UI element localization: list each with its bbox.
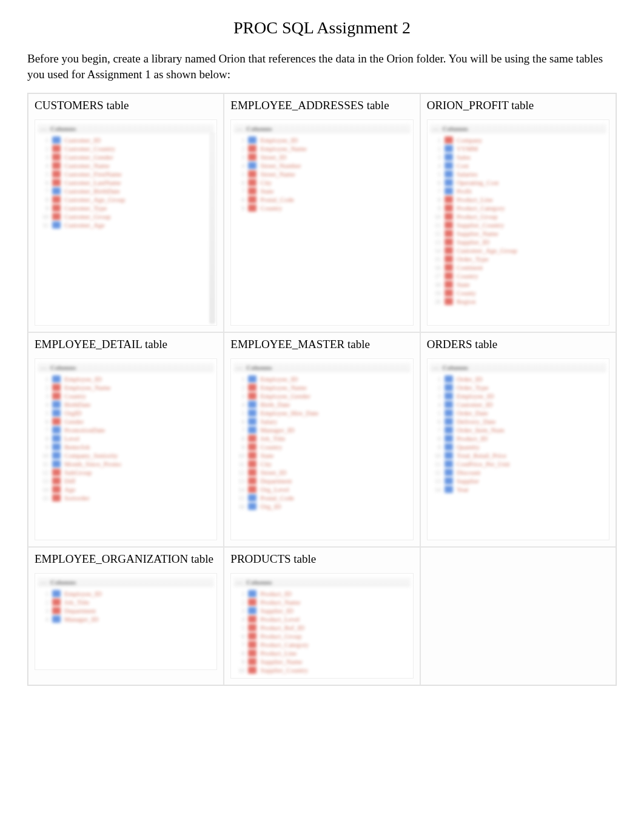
column-name: Product_Category	[457, 204, 505, 212]
row-number: 8	[432, 435, 441, 442]
character-type-icon	[248, 666, 257, 674]
column-name: Employee_Name	[260, 145, 306, 152]
column-name: Order_Type	[457, 384, 489, 391]
row-number: 10	[432, 213, 441, 220]
column-row: 14Year	[430, 485, 606, 494]
column-name: Employee_Gender	[260, 392, 310, 400]
character-type-icon	[52, 392, 61, 400]
column-row: 1Order_ID	[430, 375, 606, 383]
column-name: Delivery_Date	[457, 418, 496, 425]
column-row: 5Street_Name	[233, 170, 410, 178]
row-number: 6	[236, 179, 244, 186]
column-name: City	[260, 179, 272, 186]
row-number: 3	[236, 608, 244, 614]
numeric-type-icon	[52, 136, 61, 144]
row-number: 8	[432, 196, 441, 203]
row-number: 1	[40, 591, 49, 597]
row-number: 7	[236, 427, 244, 434]
row-number: 1	[40, 376, 49, 383]
column-row: 10Company_Seniority	[38, 451, 214, 460]
column-name: Product_Line	[260, 649, 297, 657]
row-number: 6	[236, 418, 244, 425]
row-number: 9	[40, 444, 49, 451]
column-name: Gender	[64, 418, 84, 425]
row-number: 2	[432, 146, 441, 152]
column-name: Country	[260, 443, 282, 451]
column-row: 11Supplier_Country	[430, 221, 606, 229]
character-type-icon	[444, 221, 453, 229]
numeric-type-icon	[444, 486, 453, 493]
column-row: 8Postal_Code	[233, 195, 410, 204]
column-name: Supplier_Name	[457, 230, 498, 237]
column-name: BetterJob	[64, 443, 90, 451]
column-row: 3Sales	[430, 153, 606, 161]
row-number: 18	[432, 281, 441, 288]
panel-caption: Columns	[443, 364, 468, 371]
row-number: 7	[432, 427, 441, 434]
empty-cell	[420, 547, 616, 685]
row-number: 14	[432, 247, 441, 254]
column-panel: —Columns 1Customer_ID2Customer_Country3C…	[35, 119, 217, 326]
row-number: 17	[432, 273, 441, 280]
row-number: 4	[236, 163, 244, 169]
numeric-type-icon	[444, 145, 453, 152]
column-row: 3Customer_Gender	[38, 153, 214, 161]
column-name: Customer_Age	[64, 221, 105, 229]
column-name: State	[260, 452, 273, 459]
column-row: 19County	[430, 289, 606, 297]
column-row: 7State	[233, 187, 410, 195]
row-number: 5	[236, 625, 244, 631]
column-name: Product_Name	[260, 599, 300, 606]
collapse-icon: —	[236, 125, 243, 132]
row-number: 7	[40, 427, 49, 434]
column-row: 8Product_Line	[233, 649, 410, 657]
column-name: Department	[260, 477, 292, 485]
character-type-icon	[444, 213, 453, 220]
character-type-icon	[52, 179, 61, 186]
row-number: 9	[432, 205, 441, 212]
row-number: 1	[236, 137, 244, 144]
column-name: Employee_Name	[260, 384, 306, 391]
row-number: 11	[236, 461, 244, 468]
column-name: Diff	[64, 477, 75, 485]
row-number: 1	[236, 376, 244, 383]
row-number: 13	[432, 239, 441, 246]
row-number: 13	[40, 478, 49, 485]
column-row: 6Customer_LastName	[38, 178, 214, 187]
cell-products: PRODUCTS table —Columns1Product_ID2Produ…	[224, 547, 420, 685]
column-row: 12Supplier_Name	[430, 229, 606, 238]
row-number: 15	[432, 256, 441, 263]
column-name: Supplier_Country	[457, 221, 505, 229]
character-type-icon	[248, 153, 257, 161]
tables-grid: CUSTOMERS table —Columns 1Customer_ID2Cu…	[27, 93, 617, 686]
row-number: 9	[236, 444, 244, 451]
numeric-type-icon	[444, 187, 453, 195]
panel-caption: Columns	[50, 125, 76, 132]
page-title: PROC SQL Assignment 2	[27, 18, 617, 38]
table-label: ORDERS table	[427, 338, 609, 351]
character-type-icon	[444, 230, 453, 237]
row-number: 3	[236, 154, 244, 161]
column-row: 6Gender	[38, 417, 214, 426]
cell-employee-organization: EMPLOYEE_ORGANIZATION table —Columns1Emp…	[28, 547, 224, 685]
column-row: 8Customer_Age_Group	[38, 195, 214, 204]
column-row: 6Product_Group	[233, 632, 410, 640]
numeric-type-icon	[248, 401, 257, 408]
panel-header: —Columns	[233, 363, 410, 372]
character-type-icon	[248, 392, 257, 400]
column-name: Employee_ID	[457, 392, 494, 400]
column-name: Discount	[457, 469, 481, 476]
panel-caption: Columns	[50, 364, 76, 371]
column-row: 10Customer_Group	[38, 212, 214, 221]
row-number: 4	[432, 163, 441, 169]
collapse-icon: —	[432, 125, 439, 132]
column-name: Customer_LastName	[64, 179, 121, 186]
numeric-type-icon	[248, 426, 257, 434]
column-name: Customer_Gender	[64, 153, 113, 161]
table-label: CUSTOMERS table	[35, 99, 217, 112]
column-name: Order_Item_Num	[457, 426, 505, 434]
column-row: 2Employee_Name	[233, 144, 410, 153]
row-number: 16	[432, 264, 441, 271]
column-name: BirthDate	[64, 401, 90, 408]
row-number: 1	[432, 137, 441, 144]
